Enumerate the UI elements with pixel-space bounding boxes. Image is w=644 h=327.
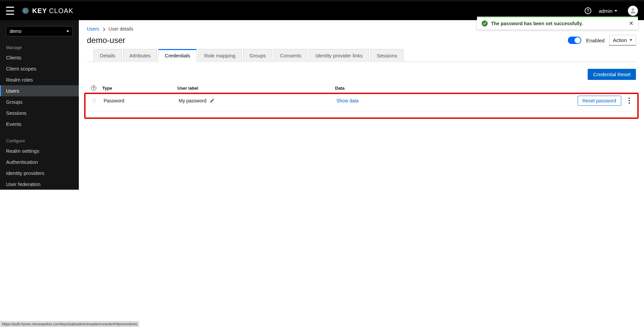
sidebar-item-realm-settings[interactable]: Realm settings [0,145,79,156]
sidebar-item-events[interactable]: Events [0,119,79,130]
sidebar-item-authentication[interactable]: Authentication [0,156,79,168]
row-type: Password [102,98,179,103]
reset-password-button[interactable]: Reset password [578,96,621,106]
sidebar: demo Manage Clients Client scopes Realm … [0,20,79,190]
sidebar-item-identity-providers[interactable]: Identity providers [0,168,79,179]
statusbar-url: https://auth.home.mirceaanton.com/keyclo… [2,322,137,326]
realm-selector[interactable]: demo [6,26,73,36]
highlighted-row: Password My password Show data Reset pas… [84,93,639,119]
enabled-label: Enabled [586,38,604,43]
tab-details[interactable]: Details [94,49,122,62]
help-icon[interactable]: ? [585,7,591,14]
hamburger-icon[interactable] [6,7,14,15]
topbar: KEYCLOAK ? admin The password has been s… [0,0,644,20]
user-menu[interactable]: admin [599,8,617,14]
tab-role-mapping[interactable]: Role mapping [198,49,242,62]
tab-attributes[interactable]: Attributes [123,49,157,62]
tab-credentials[interactable]: Credentials [158,49,197,62]
keycloak-logo-icon [21,6,30,15]
statusbar: https://auth.home.mirceaanton.com/keyclo… [0,321,139,327]
breadcrumb-current: User details [109,26,133,32]
action-dropdown[interactable]: Action [609,35,636,46]
sidebar-item-realm-roles[interactable]: Realm roles [0,74,79,85]
kebab-menu-icon[interactable] [627,98,632,104]
svg-point-3 [632,8,634,11]
sidebar-item-user-federation[interactable]: User federation [0,179,79,190]
user-menu-label: admin [599,8,612,14]
page-title: demo-user [87,36,125,45]
tab-groups[interactable]: Groups [243,49,272,62]
table-row: Password My password Show data Reset pas… [88,94,635,111]
caret-down-icon [630,39,632,41]
nav-section-manage: Manage [0,42,79,52]
breadcrumb-users-link[interactable]: Users [87,26,99,32]
edit-icon[interactable] [210,98,215,103]
caret-down-icon [614,10,617,12]
sidebar-item-client-scopes[interactable]: Client scopes [0,63,79,74]
tab-consents[interactable]: Consents [274,49,308,62]
sidebar-item-sessions[interactable]: Sessions [0,107,79,119]
content-area: Users ❯ User details demo-user Enabled A… [79,20,644,190]
enabled-toggle[interactable] [568,37,581,44]
col-label-header: User label [177,86,335,91]
row-user-label: My password [179,98,206,103]
drag-handle-icon[interactable] [93,98,97,103]
brand-text-1: KEY [32,7,47,15]
col-data-header: Data [335,86,569,91]
sidebar-item-users[interactable]: Users [0,85,79,96]
breadcrumb-sep-icon: ❯ [103,27,105,31]
toast-message: The password has been set successfully. [491,21,583,26]
success-icon [482,20,488,27]
show-data-link[interactable]: Show data [336,98,359,103]
toast-notification: The password has been set successfully. … [477,16,638,30]
table-header: ? Type User label Data [87,84,636,93]
sidebar-item-clients[interactable]: Clients [0,52,79,63]
tabs: Details Attributes Credentials Role mapp… [87,49,636,62]
credential-reset-button[interactable]: Credential Reset [588,69,636,80]
realm-selector-value: demo [10,29,21,34]
nav-section-configure: Configure [0,136,79,145]
tab-sessions[interactable]: Sessions [370,49,404,62]
brand-logo[interactable]: KEYCLOAK [21,6,73,15]
tab-identity-provider-links[interactable]: Identity provider links [309,49,369,62]
toast-close-icon[interactable]: ✕ [629,20,633,27]
avatar-icon [629,7,637,14]
col-type-header: Type [100,86,177,91]
brand-text-2: CLOAK [49,7,73,15]
sidebar-item-groups[interactable]: Groups [0,96,79,107]
action-dropdown-label: Action [613,37,627,43]
help-icon[interactable]: ? [91,85,96,91]
caret-down-icon [66,31,69,32]
avatar[interactable] [628,6,638,16]
